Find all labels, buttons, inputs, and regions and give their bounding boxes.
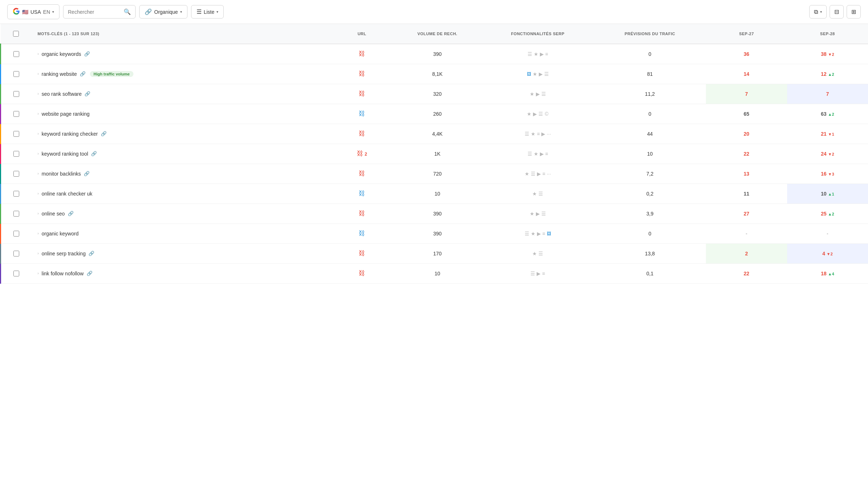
video-serp-icon: ▶ <box>540 51 544 57</box>
keyword-text: online seo <box>42 211 65 217</box>
url-link-icon[interactable]: ⛓ <box>359 130 365 137</box>
row-checkbox[interactable] <box>13 131 19 137</box>
columns-button[interactable]: ⊞ <box>847 5 861 19</box>
copy-button[interactable]: ⧉ ▾ <box>809 5 827 19</box>
keyword-link-icon[interactable]: 🔗 <box>68 211 74 216</box>
row-checkbox[interactable] <box>13 251 19 256</box>
url-link-icon[interactable]: ⛓ <box>359 230 365 237</box>
expand-chevron[interactable]: › <box>37 172 38 176</box>
keyword-text: keyword ranking checker <box>42 131 98 137</box>
keyword-link-icon[interactable]: 🔗 <box>88 251 94 256</box>
keyword-text: monitor backlinks <box>42 171 81 177</box>
row-checkbox[interactable] <box>13 91 19 97</box>
sep28-cell: 24 ▼2 <box>787 144 868 164</box>
row-checkbox[interactable] <box>13 111 19 117</box>
volume-value: 390 <box>433 231 442 237</box>
expand-chevron[interactable]: › <box>37 192 38 196</box>
sep28-cell: 16 ▼3 <box>787 164 868 184</box>
sep27-value: 13 <box>744 171 749 177</box>
sep28-value: 10 <box>821 191 827 197</box>
volume-cell: 720 <box>393 164 481 184</box>
row-checkbox[interactable] <box>13 171 19 177</box>
keyword-cell: › online rank checker uk <box>32 184 331 204</box>
list2-serp-icon: ≡ <box>537 131 540 137</box>
url-link-icon[interactable]: ⛓ <box>359 270 365 277</box>
keyword-link-icon[interactable]: 🔗 <box>91 151 97 156</box>
sep27-value: 20 <box>744 131 749 137</box>
url-link-icon[interactable]: ⛓ <box>359 50 365 57</box>
list-serp-icon: ☰ <box>544 71 549 77</box>
row-checkbox[interactable] <box>13 211 19 217</box>
table-container: MOTS-CLÉS (1 - 123 SUR 123) URL VOLUME D… <box>0 24 868 284</box>
url-link-icon[interactable]: ⛓ <box>359 70 365 77</box>
list-dropdown[interactable]: ☰ Liste ▾ <box>191 5 224 19</box>
traffic-cell: 10 <box>594 144 706 164</box>
url-link-icon[interactable]: ⛓ <box>359 190 365 197</box>
expand-chevron[interactable]: › <box>37 92 38 96</box>
expand-chevron[interactable]: › <box>37 152 38 156</box>
keyword-text: online rank checker uk <box>42 191 92 197</box>
row-checkbox[interactable] <box>13 231 19 237</box>
traffic-cell: 3,9 <box>594 204 706 223</box>
volume-cell: 390 <box>393 44 481 64</box>
row-checkbox[interactable] <box>13 51 19 57</box>
row-checkbox[interactable] <box>13 271 19 276</box>
volume-cell: 10 <box>393 184 481 204</box>
country-selector[interactable]: 🇺🇸 USA EN ▾ <box>7 4 59 19</box>
keyword-cell: › seo rank software 🔗 <box>32 84 331 104</box>
sep27-cell: 36 <box>706 44 787 64</box>
sep28-cell: 21 ▼1 <box>787 124 868 144</box>
keyword-link-icon[interactable]: 🔗 <box>84 171 90 176</box>
row-checkbox[interactable] <box>13 71 19 77</box>
filter-button[interactable]: ⊟ <box>830 5 844 19</box>
traffic-cell: 13,8 <box>594 243 706 263</box>
image-serp-icon: 🖼 <box>527 71 531 77</box>
sep27-value: 27 <box>744 211 749 217</box>
url-link-icon[interactable]: ⛓ <box>357 150 363 157</box>
expand-chevron[interactable]: › <box>37 72 38 76</box>
url-cell: ⛓ 2 <box>331 144 393 164</box>
list-serp-icon: ☰ <box>530 271 535 276</box>
header-serp: FONCTIONNALITÉS SERP <box>481 24 594 44</box>
keyword-link-icon[interactable]: 🔗 <box>101 131 107 136</box>
url-cell: ⛓ <box>331 84 393 104</box>
list-serp-icon: ☰ <box>525 231 529 237</box>
expand-chevron[interactable]: › <box>37 211 38 215</box>
url-link-icon[interactable]: ⛓ <box>359 110 365 117</box>
expand-chevron[interactable]: › <box>37 132 38 136</box>
keyword-link-icon[interactable]: 🔗 <box>80 71 86 77</box>
url-link-icon[interactable]: ⛓ <box>359 250 365 257</box>
keyword-cell: › online serp tracking 🔗 <box>32 243 331 263</box>
video-serp-icon: ▶ <box>537 231 541 237</box>
table-row: › link follow nofollow 🔗 ⛓ 10 ☰▶≡ 0,1 22… <box>1 263 868 283</box>
expand-chevron[interactable]: › <box>37 251 38 255</box>
url-link-icon[interactable]: ⛓ <box>359 170 365 177</box>
list2-serp-icon: ≡ <box>545 51 548 57</box>
organic-dropdown[interactable]: 🔗 Organique ▾ <box>139 5 187 19</box>
keyword-link-icon[interactable]: 🔗 <box>87 271 92 276</box>
url-link-icon[interactable]: ⛓ <box>359 90 365 97</box>
select-all-checkbox[interactable] <box>13 31 19 37</box>
sep27-value: 22 <box>744 151 749 157</box>
expand-chevron[interactable]: › <box>37 231 38 235</box>
search-input[interactable] <box>68 9 121 15</box>
row-checkbox[interactable] <box>13 191 19 197</box>
rank-change: ▼2 <box>828 152 834 156</box>
traffic-value: 7,2 <box>646 171 653 177</box>
keyword-link-icon[interactable]: 🔗 <box>84 51 90 57</box>
url-cell: ⛓ <box>331 164 393 184</box>
sep28-cell: 4 ▼2 <box>787 243 868 263</box>
expand-chevron[interactable]: › <box>37 112 38 116</box>
keyword-text: organic keywords <box>42 51 81 57</box>
serp-cell: ☰★≡▶··· <box>481 124 594 144</box>
expand-chevron[interactable]: › <box>37 271 38 275</box>
row-checkbox[interactable] <box>13 151 19 157</box>
serp-cell: 🖼★▶☰ <box>481 64 594 84</box>
url-link-icon[interactable]: ⛓ <box>359 210 365 217</box>
volume-cell: 170 <box>393 243 481 263</box>
expand-chevron[interactable]: › <box>37 52 38 56</box>
traffic-value: 11,2 <box>645 91 655 97</box>
sep27-value: 22 <box>744 271 749 276</box>
volume-cell: 390 <box>393 204 481 223</box>
keyword-link-icon[interactable]: 🔗 <box>84 91 90 96</box>
